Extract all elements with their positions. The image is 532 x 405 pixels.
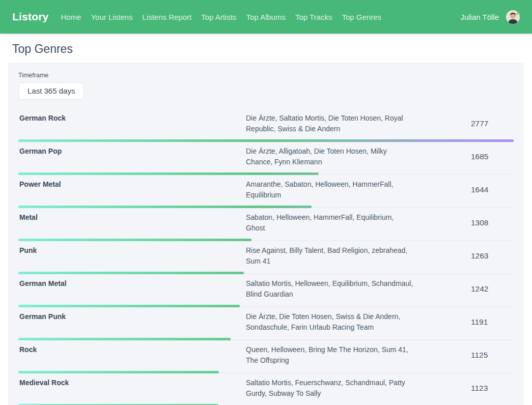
timeframe-label: Timeframe [18,72,514,79]
genre-listen-count: 2777 [471,119,488,128]
user-avatar[interactable] [506,10,520,24]
genre-listen-count: 1644 [471,185,488,194]
genre-row: Medieval Rock Saltatio Mortis, Feuerschw… [18,373,514,405]
genre-name: Metal [18,212,246,221]
genre-listen-count: 1123 [471,384,488,393]
genre-top-artists: Sabaton, Helloween, HammerFall, Equilibr… [246,212,414,234]
nav-item-top-artists[interactable]: Top Artists [201,13,236,21]
nav-item-your-listens[interactable]: Your Listens [91,13,132,21]
genre-listen-count: 1685 [471,152,488,161]
genre-table: German Rock Die Ärzte, Saltatio Mortis, … [18,109,514,405]
genre-top-artists: Saltatio Mortis, Helloween, Equilibrium,… [246,278,414,300]
genre-name: German Rock [18,113,246,122]
genre-row: German Rock Die Ärzte, Saltatio Mortis, … [18,109,514,142]
user-name: Julian Tölle [460,13,499,21]
timeframe-filter: Timeframe Last 365 days [18,72,514,100]
genre-name: Rock [18,344,246,354]
genre-row: Punk Rise Against, Billy Talent, Bad Rel… [18,241,514,274]
user-photo-icon [506,10,520,24]
nav-item-home[interactable]: Home [61,13,81,21]
genre-top-artists: Amaranthe, Sabaton, Helloween, HammerFal… [246,179,414,200]
genre-row: German Pop Die Ärzte, Alligatoah, Die To… [18,142,514,175]
genre-top-artists: Saltatio Mortis, Feuerschwanz, Schandmau… [246,378,414,399]
genre-name: Medieval Rock [18,378,246,387]
genre-row: German Metal Saltatio Mortis, Helloween,… [18,274,514,307]
genre-top-artists: Die Ärzte, Die Toten Hosen, Swiss & Die … [246,311,414,333]
genre-listen-count: 1263 [471,251,488,261]
genre-top-artists: Queen, Helloween, Bring Me The Horizon, … [246,344,414,366]
genre-top-artists: Die Ärzte, Alligatoah, Die Toten Hosen, … [246,146,414,167]
nav-item-top-tracks[interactable]: Top Tracks [295,13,332,21]
genre-listen-count: 1242 [471,284,488,294]
user-menu[interactable]: Julian Tölle [460,10,520,24]
genre-row: Power Metal Amaranthe, Sabaton, Hellowee… [18,175,514,208]
page-title: Top Genres [12,42,520,56]
genre-row: German Punk Die Ärzte, Die Toten Hosen, … [18,307,514,340]
app-logo[interactable]: Listory [12,11,48,23]
genre-name: Punk [18,245,246,254]
page-content: Top Genres Timeframe Last 365 days Germa… [0,42,532,405]
nav-item-listens-report[interactable]: Listens Report [142,13,191,21]
nav-item-top-genres[interactable]: Top Genres [342,13,381,21]
genre-name: Power Metal [18,179,246,188]
genre-top-artists: Rise Against, Billy Talent, Bad Religion… [246,245,414,267]
timeframe-select[interactable]: Last 365 days [18,82,84,100]
main-nav: Home Your Listens Listens Report Top Art… [61,13,381,21]
genre-name: German Pop [18,146,246,155]
genre-listen-count: 1308 [471,218,488,227]
nav-item-top-albums[interactable]: Top Albums [246,13,286,21]
genre-listen-count: 1125 [471,351,488,360]
genre-name: German Punk [18,311,246,321]
genre-row: Rock Queen, Helloween, Bring Me The Hori… [18,340,514,373]
app-navbar: Listory Home Your Listens Listens Report… [0,0,532,34]
genre-name: German Metal [18,278,246,287]
top-genres-card: Timeframe Last 365 days German Rock Die … [8,63,524,405]
genre-top-artists: Die Ärzte, Saltatio Mortis, Die Toten Ho… [246,113,414,134]
genre-listen-count: 1191 [471,317,488,327]
genre-row: Metal Sabaton, Helloween, HammerFall, Eq… [18,208,514,241]
